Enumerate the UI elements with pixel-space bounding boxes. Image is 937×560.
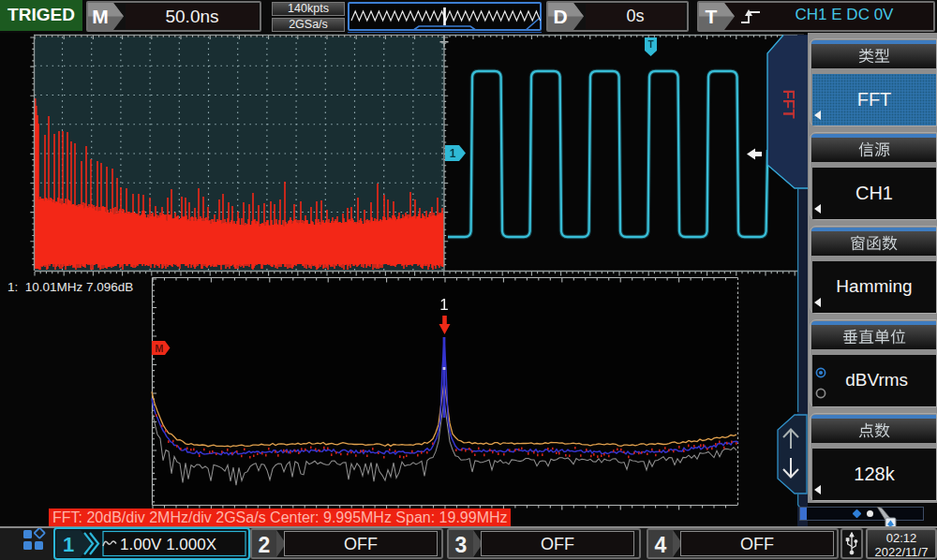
svg-text:3: 3 <box>455 533 468 557</box>
svg-text:T: T <box>706 6 718 27</box>
svg-text:1: 1 <box>439 296 448 314</box>
svg-text:M: M <box>92 6 109 27</box>
svg-text:1: 1 <box>450 147 456 160</box>
svg-text:FFT: FFT <box>780 89 797 119</box>
svg-text:D: D <box>553 6 567 27</box>
svg-text:2: 2 <box>259 533 271 557</box>
svg-text:M: M <box>155 343 163 354</box>
svg-text:4: 4 <box>655 533 667 557</box>
svg-text:1.00V 1.000X: 1.00V 1.000X <box>120 536 216 553</box>
svg-text:T: T <box>647 39 653 50</box>
svg-text:1: 1 <box>63 533 74 556</box>
